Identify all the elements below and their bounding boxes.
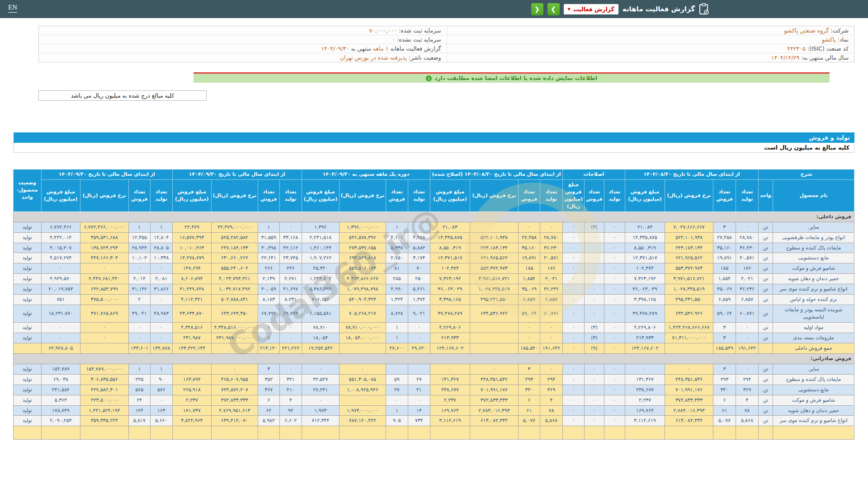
value-cell: ۳۷,۴۷۸,۲۸۹ xyxy=(625,305,665,323)
value-cell: ۰ xyxy=(584,305,604,323)
table-row: فروش داخلی: xyxy=(13,211,854,222)
value-cell: ۲,۱۳۹ xyxy=(258,274,279,284)
value-cell: ۰ xyxy=(128,333,150,343)
column-header: تعداد تولید xyxy=(279,179,302,211)
value-cell: ۴۴۸,۳۵۱,۵۳۶ xyxy=(665,374,713,385)
company-info-cell: شرکت: گروه صنعتي پاکشو xyxy=(447,26,854,35)
clipboard-report-icon xyxy=(699,3,709,15)
company-info-row: سال مالی منتهی به: ۱۴۰۴/۱۲/۲۹وضعیت ناشر:… xyxy=(39,53,854,62)
table-row: سایر.تن۰۳۷,۰۲۷,۶۶۶,۶۶۷۲۱,۰۸۳۰(۳)۰۰۰۲۱,۰۸… xyxy=(13,222,854,232)
unit-cell: تن xyxy=(759,416,773,426)
column-header: تعداد تولید xyxy=(604,179,625,211)
column-header: تعداد تولید xyxy=(736,179,759,211)
value-cell: ۱۰۲,۳۷۴ xyxy=(430,263,470,274)
product-name-cell: انواع پودر و مایعات ظرفشویی xyxy=(773,232,854,243)
value-cell: ۱,۹۷۳,۰۰۰,۰۰۰ xyxy=(339,405,386,416)
value-cell: ۷۰۱,۹۹۱,۱۷۶ xyxy=(665,385,713,395)
value-cell: ۲۶۶ xyxy=(258,263,279,274)
value-cell: ۰ xyxy=(150,395,172,405)
table-row: خمیر دندان و دهان شویهتن۲,۰۲۱۱,۸۵۴۳,۹۷۱,… xyxy=(13,274,854,284)
value-cell: ۷۸ xyxy=(736,405,759,416)
value-cell: ۱۹,۸۹۱ xyxy=(713,253,736,263)
value-cell: ۱۷۶ xyxy=(736,263,759,274)
nav-forward-button[interactable]: ❯ xyxy=(547,3,560,15)
unit-cell: تن xyxy=(759,274,773,284)
product-name-cell: سایر. xyxy=(773,364,854,374)
table-row: خمیر دندان و دهان شویهتن۷۸۶۱۲,۷۸۳,۰۱۶,۳۹… xyxy=(13,405,854,416)
value-cell: ۲۷,۶۰۰ xyxy=(386,343,408,353)
unit-cell: تن xyxy=(759,364,773,374)
value-cell: ۰ xyxy=(584,364,604,374)
value-cell: ۵۷۶ xyxy=(150,385,172,395)
column-header: تعداد تولید xyxy=(408,179,430,211)
value-cell: ۱۶۳,۸۹۴ xyxy=(172,374,211,385)
value-cell: ۰ xyxy=(562,416,584,426)
value-cell: ۲۲,۴۷۹ xyxy=(172,222,211,232)
info-value: ۷۰,۰۰۰,۰۰۰ xyxy=(369,27,397,34)
value-cell: ۴۰,۴۹۸ xyxy=(258,243,279,253)
value-cell: ۵۲۲,۱۰۱,۹۳۸ xyxy=(665,232,713,243)
value-cell: ۱۷۸,۷۴۹ xyxy=(41,405,80,416)
value-cell: ۲۰,۵۷۱ xyxy=(540,253,562,263)
value-cell: ۷۸,۷۱۰ xyxy=(302,323,339,333)
value-cell: ۱,۸۵۴ xyxy=(518,274,540,284)
value-cell: ۹۰۵ xyxy=(386,416,408,426)
report-type-dropdown-label: گزارش فعالیت xyxy=(573,6,614,13)
nav-back-button[interactable]: ❮ xyxy=(531,3,543,15)
value-cell: ۳,۹۷۱,۵۱۶,۷۲۱ xyxy=(470,274,518,284)
value-cell: ۰ xyxy=(279,333,302,343)
value-cell: ۵,۹۸۲ xyxy=(258,416,279,426)
info-value: پذیرفته شده در بورس تهران xyxy=(340,54,407,61)
product-name-cell: خمیر دندان و دهان شویه xyxy=(773,405,854,416)
status-cell: تولید xyxy=(13,295,41,305)
value-cell: ۳ xyxy=(713,333,736,343)
value-cell: ۰ xyxy=(540,323,562,333)
table-row: شوینده البسه پودر و مایعات لباسشوییتن۶۰,… xyxy=(13,305,854,323)
value-cell: ۴۵,۳۲۰ xyxy=(302,263,339,274)
value-cell: ۲۲,۶۴۱ xyxy=(258,253,279,263)
cell xyxy=(302,426,339,440)
product-name-cell: انواع شامپو و نرم کننده موی سر xyxy=(773,284,854,295)
unit-cell: تن xyxy=(759,222,773,232)
column-header: واحد xyxy=(759,179,773,211)
cell xyxy=(773,426,854,440)
column-header: نرخ فروش (ریال) xyxy=(80,179,128,211)
company-info-cell: گزارش فعالیت ماهانه ۱ ماهه منتهی به ۱۴۰۴… xyxy=(39,44,447,53)
value-cell: ۸,۷۲۸ xyxy=(386,305,408,323)
column-group-header: از ابتدای سال مالی تا تاریخ ۱۴۰۴/۰۸/۳۰ xyxy=(625,169,758,180)
report-type-dropdown[interactable]: گزارش فعالیت ▼ xyxy=(564,4,618,14)
value-cell: ۷,۳۶۳,۱۹۲ xyxy=(625,274,665,284)
value-cell xyxy=(339,343,386,353)
production-sales-table: شرحاز ابتدای سال مالی تا تاریخ ۱۴۰۴/۰۸/۳… xyxy=(13,169,854,440)
value-cell: ۳,۱۱۲,۶۱۹ xyxy=(430,416,470,426)
value-cell: ۱۳۱,۳۶۷ xyxy=(625,374,665,385)
value-cell: ۱۶,۵۷۷,۳۹۳ xyxy=(172,232,211,243)
product-name-cell: مواد اولیه xyxy=(773,323,854,333)
language-toggle-en[interactable]: EN xyxy=(8,4,17,13)
value-cell: ۶۹,۰۳۸ xyxy=(41,374,80,385)
value-cell: ۴,۰۲۳,۷۹۳,۳۶۱ xyxy=(211,274,258,284)
unit-cell: تن xyxy=(759,232,773,243)
value-cell: ۲,۰۹۰,۲۵۳ xyxy=(41,416,80,426)
value-cell: ۳۲۱ xyxy=(279,374,302,385)
value-cell: ۰ xyxy=(604,284,625,295)
value-cell: ۳۷۲,۸۳۳,۳۳۳ xyxy=(211,395,258,405)
column-header: مبلغ فروش (میلیون ریال) xyxy=(302,179,339,211)
value-cell: ۳ xyxy=(713,222,736,232)
value-cell: ۰ xyxy=(41,323,80,333)
column-group-header: از ابتدای سال مالی تا تاریخ ۱۴۰۴/۰۸/۳۰ (… xyxy=(430,169,562,180)
value-cell: ۵۵۳,۳۷۲,۹۷۳ xyxy=(665,263,713,274)
value-cell: ۸,۱۸۳ xyxy=(258,295,279,305)
column-header: تعداد تولید xyxy=(540,179,562,211)
company-info-cell: کد صنعت (ISIC): ۴۴۲۴۰۵ xyxy=(447,44,854,53)
value-cell: ۱۹۱,۶۴۲ xyxy=(736,343,759,353)
value-cell xyxy=(408,364,430,374)
value-cell: ۶۳۰,۶۶۰,۲۶۲ xyxy=(211,253,258,263)
value-cell: ۲۷۳,۵۳۷,۶۵۵ xyxy=(339,243,386,253)
cell xyxy=(625,426,665,440)
unit-cell: تن xyxy=(759,385,773,395)
value-cell: ۰ xyxy=(279,323,302,333)
value-cell: ۱ xyxy=(150,364,172,374)
table-row: مایعات پاک کننده و سطوحتن۳۶,۲۳۰۳۵,۱۶۰۲۴۳… xyxy=(13,243,854,253)
cell xyxy=(430,426,470,440)
